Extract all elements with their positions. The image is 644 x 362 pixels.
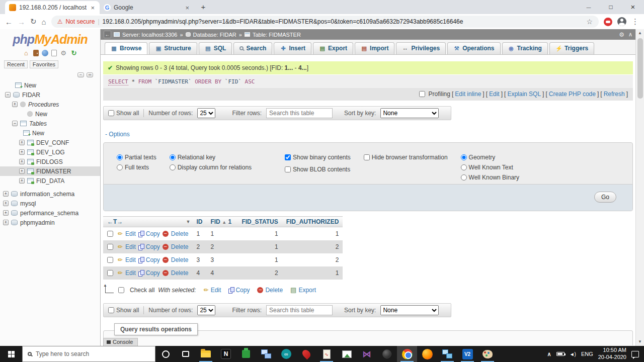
- tree-item-new-db[interactable]: New: [0, 80, 100, 90]
- tree-item-performance-schema[interactable]: performance_schema: [0, 208, 100, 218]
- export-selected-link[interactable]: Export: [298, 287, 316, 294]
- delete-icon[interactable]: [163, 244, 169, 250]
- wkt-radio[interactable]: [461, 164, 467, 170]
- tab-insert[interactable]: Insert: [274, 42, 311, 54]
- edit-pencil-icon[interactable]: [118, 230, 123, 237]
- tree-item-mysql[interactable]: mysql: [0, 199, 100, 208]
- action-center-icon[interactable]: [631, 351, 639, 357]
- expand-expander-icon[interactable]: [12, 102, 18, 107]
- delete-link[interactable]: Delete: [171, 256, 189, 263]
- tree-item-procedures[interactable]: Procedures: [0, 100, 100, 109]
- collapse-expander-icon[interactable]: [12, 121, 18, 126]
- tree-item-tables[interactable]: Tables: [0, 119, 100, 128]
- edit-pencil-icon[interactable]: [118, 256, 123, 263]
- breadcrumb-database[interactable]: Database: FIDAR: [193, 32, 236, 38]
- column-reorder-control[interactable]: ←T→: [107, 218, 123, 225]
- sphere-app-button[interactable]: [377, 346, 397, 362]
- copy-link[interactable]: Copy: [146, 256, 160, 263]
- expand-expander-icon[interactable]: [3, 220, 9, 225]
- delete-link[interactable]: Delete: [171, 230, 189, 237]
- page-settings-gear-icon[interactable]: [619, 31, 624, 38]
- battery-icon[interactable]: [556, 352, 565, 356]
- tab-tracking[interactable]: Tracking: [502, 42, 548, 54]
- task-view-button[interactable]: [176, 346, 196, 362]
- scrollbar-thumb[interactable]: [637, 38, 643, 99]
- home-icon[interactable]: [42, 18, 46, 26]
- console-tab[interactable]: Console: [103, 338, 138, 346]
- remote-desktop-button[interactable]: [256, 346, 276, 362]
- filter-rows-input[interactable]: [266, 108, 333, 118]
- profiling-checkbox[interactable]: [419, 91, 425, 97]
- tree-item-fidmaster[interactable]: FIDMASTER: [0, 166, 100, 176]
- tab-structure[interactable]: Structure: [149, 42, 197, 54]
- reload-icon[interactable]: [30, 17, 37, 26]
- green-tool-button[interactable]: [236, 346, 256, 362]
- num-rows-select[interactable]: 25: [197, 108, 215, 118]
- speaker-icon[interactable]: [570, 351, 576, 357]
- new-tab-button[interactable]: [197, 1, 209, 13]
- tab-triggers[interactable]: Triggers: [549, 42, 594, 54]
- tree-item-fid-data[interactable]: FID_DATA: [0, 176, 100, 186]
- logout-icon[interactable]: [33, 50, 39, 56]
- tree-item-dev-conf[interactable]: DEV_CONF: [0, 138, 100, 147]
- show-blob-checkbox[interactable]: [285, 166, 291, 172]
- tab-import[interactable]: Import: [355, 42, 394, 54]
- url-text[interactable]: 192.168.0.205/phpmyadmin/sql.php?server=…: [103, 18, 584, 25]
- firefox-button[interactable]: [417, 346, 437, 362]
- close-window-icon[interactable]: [622, 0, 644, 14]
- expand-expander-icon[interactable]: [19, 140, 25, 145]
- column-header-fid[interactable]: FID 1: [206, 217, 237, 227]
- column-header-fid-status[interactable]: FID_STATUS: [237, 217, 282, 227]
- sort-key-select[interactable]: None: [380, 108, 439, 118]
- taskbar-search-box[interactable]: Type here to search: [22, 346, 155, 362]
- recent-tab[interactable]: Recent: [4, 60, 28, 68]
- copy-icon[interactable]: [228, 287, 233, 293]
- edit-link[interactable]: Edit: [489, 90, 500, 98]
- tab-privileges[interactable]: Privileges: [396, 42, 446, 54]
- tab-export[interactable]: Export: [313, 42, 353, 54]
- row-checkbox[interactable]: [107, 244, 113, 250]
- taskbar-clock[interactable]: 10:50 AM20-04-2020: [598, 347, 626, 361]
- scroll-down-icon[interactable]: [638, 338, 642, 346]
- adblock-extension-icon[interactable]: [604, 18, 612, 26]
- expand-expander-icon[interactable]: [19, 149, 25, 155]
- tree-item-fidlogs[interactable]: FIDLOGS: [0, 157, 100, 166]
- explain-sql-link[interactable]: Explain SQL: [507, 90, 541, 98]
- edit-selected-link[interactable]: Edit: [211, 287, 221, 294]
- image-app-button[interactable]: [337, 346, 357, 362]
- ip-scanner-button[interactable]: [437, 346, 457, 362]
- sql-keyword[interactable]: SELECT: [108, 78, 128, 85]
- cortana-button[interactable]: [155, 346, 176, 362]
- minimize-window-icon[interactable]: [578, 0, 600, 14]
- language-indicator[interactable]: ENG: [581, 351, 593, 357]
- column-header-fid-authorized[interactable]: FID_AUTHORIZED: [282, 217, 343, 227]
- create-php-code-link[interactable]: Create PHP code: [549, 90, 596, 98]
- delete-link[interactable]: Delete: [171, 243, 189, 250]
- scroll-up-icon[interactable]: [638, 29, 642, 37]
- expand-expander-icon[interactable]: [3, 210, 9, 216]
- check-all-checkbox[interactable]: [118, 287, 124, 293]
- wkb-radio[interactable]: [461, 174, 467, 180]
- edit-inline-link[interactable]: Edit inline: [455, 90, 481, 98]
- expand-expander-icon[interactable]: [19, 178, 25, 184]
- home-icon[interactable]: [23, 49, 30, 57]
- row-checkbox[interactable]: [107, 231, 113, 237]
- refresh-link[interactable]: Refresh: [604, 90, 625, 98]
- pma-logo[interactable]: phpMyAdmin: [0, 32, 100, 47]
- display-column-radio[interactable]: [170, 164, 176, 170]
- hide-sidebar-icon[interactable]: [104, 31, 111, 38]
- tab-sql[interactable]: SQL: [199, 42, 232, 54]
- options-toggle-link[interactable]: - Options: [105, 131, 635, 138]
- tree-item-phpmyadmin[interactable]: phpmyadmin: [0, 218, 100, 227]
- tree-item-fidar[interactable]: FIDAR: [0, 90, 100, 100]
- tab-operations[interactable]: Operations: [447, 42, 500, 54]
- row-checkbox[interactable]: [107, 270, 113, 276]
- arduino-button[interactable]: [276, 346, 296, 362]
- expand-expander-icon[interactable]: [3, 201, 9, 206]
- expand-expander-icon[interactable]: [3, 191, 9, 197]
- row-checkbox[interactable]: [107, 257, 113, 263]
- copy-icon[interactable]: [138, 257, 143, 263]
- sort-key-select[interactable]: None: [380, 305, 439, 315]
- hidden-icons-chevron[interactable]: [547, 351, 551, 357]
- edit-link[interactable]: Edit: [125, 269, 136, 277]
